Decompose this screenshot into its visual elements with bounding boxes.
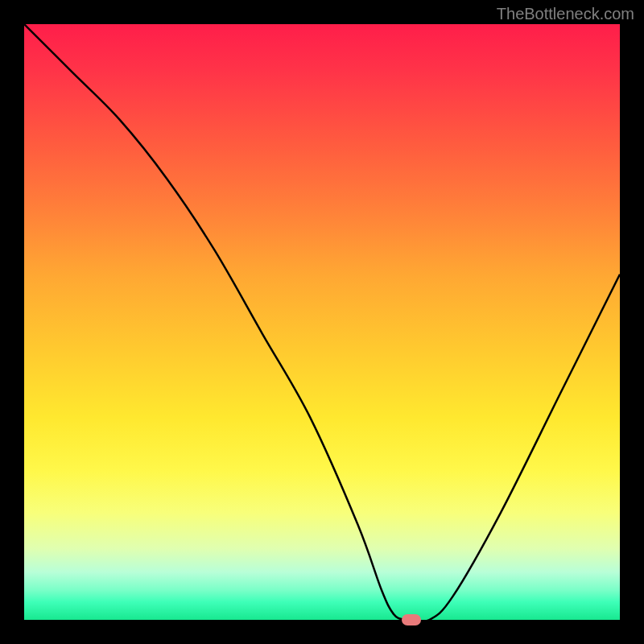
chart-container: TheBottleneck.com bbox=[0, 0, 644, 644]
optimal-marker bbox=[402, 614, 421, 625]
watermark-text: TheBottleneck.com bbox=[497, 5, 634, 23]
plot-area bbox=[24, 24, 620, 620]
gradient-background bbox=[24, 24, 620, 620]
